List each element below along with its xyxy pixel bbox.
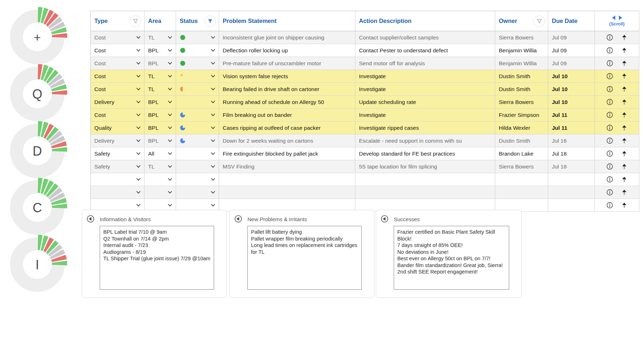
info-icon[interactable] [606,47,613,54]
info-icon[interactable] [606,111,613,118]
info-icon[interactable] [606,86,613,92]
problem-statement-cell[interactable]: Vision system false rejects [219,70,355,83]
action-description-cell[interactable]: Investigate ripped cases [355,122,495,134]
type-dropdown-cell[interactable]: Delivery [91,134,145,147]
area-dropdown-cell[interactable] [145,173,176,186]
owner-cell[interactable]: Sierra Bowers [495,96,548,109]
info-icon[interactable] [606,34,613,41]
action-description-cell[interactable] [355,173,495,186]
area-dropdown-cell[interactable]: BPL [145,96,176,109]
due-date-cell[interactable] [548,173,595,186]
due-date-cell[interactable]: Jul 11 [548,109,595,122]
type-dropdown-cell[interactable]: Safety [91,147,145,160]
info-icon[interactable] [606,150,613,157]
status-dropdown-cell[interactable] [176,109,219,122]
collapse-panel-icon[interactable] [380,215,389,224]
action-description-cell[interactable] [355,186,495,199]
action-description-cell[interactable]: Investigate [355,83,495,96]
information-visitors-textbox[interactable]: BPL Label trial 7/10 @ 9am Q2 Townhall o… [100,226,214,290]
action-description-cell[interactable]: Contact Pester to understand defect [355,44,495,57]
type-dropdown-cell[interactable]: Cost [91,70,145,83]
owner-cell[interactable]: Brandon Lake [495,147,548,160]
due-date-cell[interactable]: Jul 18 [548,160,595,173]
due-date-cell[interactable] [548,186,595,199]
type-dropdown-cell[interactable]: Cost [91,109,145,122]
info-icon[interactable] [606,60,613,67]
type-dropdown-cell[interactable]: Cost [91,57,145,70]
due-date-cell[interactable]: Jul 16 [548,134,595,147]
promote-arrow-icon[interactable] [621,47,628,54]
status-dropdown-cell[interactable] [176,173,219,186]
filter-icon-filled[interactable] [204,15,216,27]
status-dropdown-cell[interactable] [176,31,219,44]
due-date-cell[interactable]: Jul 09 [548,31,595,44]
status-dropdown-cell[interactable] [176,186,219,199]
problem-statement-cell[interactable]: Down for 2 weeks waiting on cartons [219,134,355,147]
promote-arrow-icon[interactable] [621,60,628,67]
type-dropdown-cell[interactable]: Cost [91,44,145,57]
due-date-cell[interactable]: Jul 10 [548,96,595,109]
info-icon[interactable] [606,189,613,196]
due-date-cell[interactable]: Jul 10 [548,83,595,96]
info-icon[interactable] [606,176,613,183]
status-dropdown-cell[interactable] [176,147,219,160]
filter-icon-outline[interactable] [130,15,141,27]
type-dropdown-cell[interactable] [91,186,145,199]
action-description-cell[interactable]: Investigate [355,70,495,83]
problem-statement-cell[interactable]: Cases ripping at outfeed of case packer [219,122,355,134]
problem-statement-cell[interactable] [219,186,355,199]
owner-cell[interactable]: Dustin Smith [495,134,548,147]
status-dropdown-cell[interactable] [176,44,219,57]
info-icon[interactable] [606,124,613,131]
area-dropdown-cell[interactable]: BPL [145,44,176,57]
promote-arrow-icon[interactable] [621,112,628,118]
promote-arrow-icon[interactable] [621,176,628,183]
status-dropdown-cell[interactable] [176,134,219,147]
type-dropdown-cell[interactable]: Safety [91,160,145,173]
info-icon[interactable] [606,99,613,105]
action-description-cell[interactable]: Send motor off for analysis [355,57,495,70]
area-dropdown-cell[interactable]: BPL [145,57,176,70]
status-dropdown-cell[interactable] [176,57,219,70]
promote-arrow-icon[interactable] [621,189,628,196]
owner-cell[interactable]: Hilda Wexler [495,122,548,134]
promote-arrow-icon[interactable] [621,125,628,131]
owner-cell[interactable]: Sierra Bowers [495,160,548,173]
problem-statement-cell[interactable]: Running ahead of schedule on Allergy 50 [219,96,355,109]
area-dropdown-cell[interactable]: TL [145,31,176,44]
owner-cell[interactable] [495,173,548,186]
action-description-cell[interactable]: Update scheduling rate [355,96,495,109]
problem-statement-cell[interactable]: Fire extinguisher blocked by pallet jack [219,147,355,160]
problem-statement-cell[interactable]: MSV Finding [219,160,355,173]
area-dropdown-cell[interactable]: TL [145,70,176,83]
type-dropdown-cell[interactable]: Cost [91,31,145,44]
info-icon[interactable] [606,202,613,209]
donut-chart-I[interactable]: I [3,231,71,299]
new-problems-textbox[interactable]: Pallet lift battery dying Pallet wrapper… [247,226,362,290]
area-dropdown-cell[interactable]: All [145,147,176,160]
problem-statement-cell[interactable] [219,173,355,186]
promote-arrow-icon[interactable] [621,163,628,170]
promote-arrow-icon[interactable] [621,138,628,144]
type-dropdown-cell[interactable]: Quality [91,122,145,134]
action-description-cell[interactable]: Investigate [355,109,495,122]
area-dropdown-cell[interactable] [145,186,176,199]
action-description-cell[interactable]: Develop standard for FE best practices [355,147,495,160]
due-date-cell[interactable]: Jul 10 [548,70,595,83]
problem-statement-cell[interactable]: Pre-mature failure of unscrambler motor [219,57,355,70]
info-icon[interactable] [606,163,613,170]
owner-cell[interactable]: Benjamin Willia [495,44,548,57]
owner-cell[interactable]: Benjamin Willia [495,57,548,70]
problem-statement-cell[interactable]: Inconsistent glue joint on shipper causi… [219,31,355,44]
promote-arrow-icon[interactable] [621,202,628,209]
promote-arrow-icon[interactable] [621,86,628,92]
owner-cell[interactable]: Dustin Smith [495,83,548,96]
action-description-cell[interactable]: Escalate - need support in comms with su [355,134,495,147]
promote-arrow-icon[interactable] [621,99,628,105]
owner-cell[interactable] [495,186,548,199]
due-date-cell[interactable]: Jul 09 [548,44,595,57]
area-dropdown-cell[interactable]: BPL [145,109,176,122]
action-description-cell[interactable]: 5S tape location for film splicing [355,160,495,173]
filter-icon-outline[interactable] [534,15,545,27]
due-date-cell[interactable]: Jul 09 [548,57,595,70]
